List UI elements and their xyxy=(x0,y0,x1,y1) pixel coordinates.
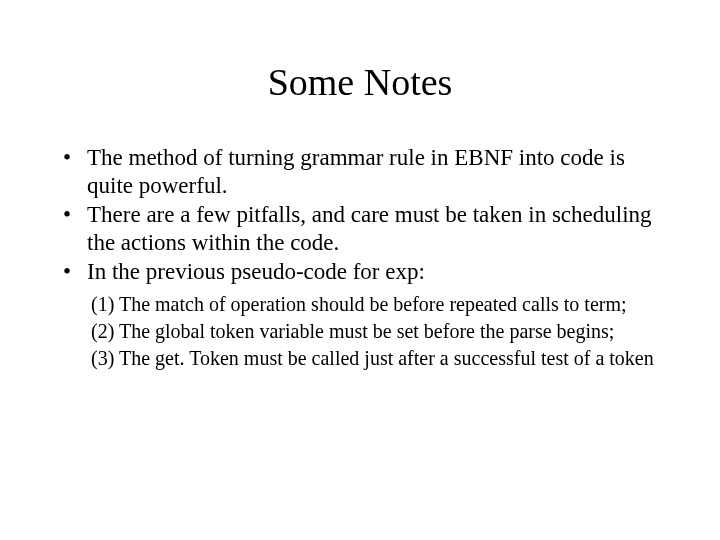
slide: Some Notes The method of turning grammar… xyxy=(0,0,720,540)
bullet-list: The method of turning grammar rule in EB… xyxy=(55,144,665,286)
sub-list: (1) The match of operation should be bef… xyxy=(91,292,665,371)
bullet-item: In the previous pseudo-code for exp: xyxy=(55,258,665,286)
sub-item: (3) The get. Token must be called just a… xyxy=(91,346,665,371)
sub-item: (2) The global token variable must be se… xyxy=(91,319,665,344)
bullet-item: The method of turning grammar rule in EB… xyxy=(55,144,665,199)
bullet-item: There are a few pitfalls, and care must … xyxy=(55,201,665,256)
slide-title: Some Notes xyxy=(55,60,665,104)
sub-item: (1) The match of operation should be bef… xyxy=(91,292,665,317)
